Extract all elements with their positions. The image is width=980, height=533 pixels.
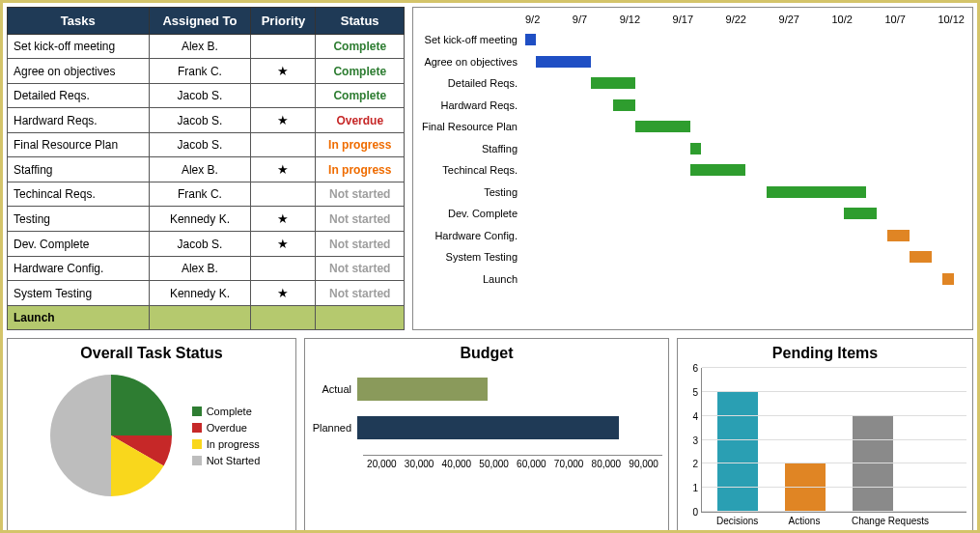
table-row: Set kick-off meeting Alex B. Complete bbox=[8, 35, 405, 59]
gantt-row: Detailed Reqs. bbox=[421, 72, 965, 95]
axis-tick: 60,000 bbox=[513, 459, 550, 469]
y-tick: 1 bbox=[692, 483, 698, 493]
assignee-cell: Jacob S. bbox=[149, 84, 251, 108]
gantt-bar bbox=[942, 273, 953, 285]
legend-swatch bbox=[192, 456, 202, 465]
gantt-date-tick: 10/7 bbox=[884, 14, 905, 25]
task-name-cell: Set kick-off meeting bbox=[8, 35, 150, 59]
assignee-cell: Frank C. bbox=[149, 59, 251, 84]
legend-label: Complete bbox=[207, 406, 252, 417]
gantt-bar bbox=[690, 164, 745, 176]
table-row: Staffing Alex B. ★ In progress bbox=[8, 157, 405, 182]
gantt-header: 9/29/79/129/179/229/2710/210/710/12 bbox=[421, 12, 965, 29]
table-row: Agree on objectives Frank C. ★ Complete bbox=[8, 59, 405, 84]
launch-label: Launch bbox=[8, 306, 150, 330]
status-cell: Not started bbox=[316, 207, 405, 232]
legend-label: Not Started bbox=[207, 455, 261, 466]
gantt-bar bbox=[591, 77, 635, 89]
axis-tick: 80,000 bbox=[588, 459, 626, 469]
tasks-table: TasksAssigned ToPriorityStatus Set kick-… bbox=[7, 7, 405, 330]
axis-tick: 90,000 bbox=[625, 459, 662, 469]
task-name-cell: Hardward Reqs. bbox=[8, 108, 150, 133]
budget-label: Actual bbox=[311, 383, 357, 395]
pending-bar bbox=[785, 463, 826, 512]
gantt-task-label: Testing bbox=[421, 186, 525, 198]
table-row: Hardware Config. Alex B. Not started bbox=[8, 257, 405, 281]
y-tick: 2 bbox=[692, 459, 698, 469]
status-cell: In progress bbox=[316, 157, 405, 182]
gantt-task-label: Detailed Reqs. bbox=[421, 77, 525, 89]
gantt-row: Staffing bbox=[421, 138, 965, 160]
status-cell: Not started bbox=[316, 232, 405, 257]
gantt-bar bbox=[690, 143, 701, 154]
table-row: Techincal Reqs. Frank C. Not started bbox=[8, 182, 405, 207]
pie-slice bbox=[50, 375, 111, 496]
status-cell: Complete bbox=[316, 35, 405, 59]
axis-tick: 50,000 bbox=[475, 459, 513, 469]
gantt-date-tick: 9/27 bbox=[779, 14, 799, 25]
assignee-cell: Frank C. bbox=[149, 182, 251, 207]
pending-title: Pending Items bbox=[684, 345, 966, 362]
pending-bar bbox=[717, 392, 758, 512]
gantt-task-label: Dev. Complete bbox=[421, 208, 525, 219]
pie-title: Overall Task Status bbox=[14, 345, 290, 362]
priority-cell: ★ bbox=[251, 59, 316, 84]
launch-row: Launch bbox=[8, 306, 405, 330]
pie-chart bbox=[43, 368, 179, 503]
assignee-cell: Kennedy K. bbox=[149, 207, 251, 232]
gantt-row: Hardware Config. bbox=[421, 225, 965, 247]
priority-cell: ★ bbox=[251, 281, 316, 306]
tasks-table-section: TasksAssigned ToPriorityStatus Set kick-… bbox=[7, 7, 405, 330]
legend-item: Not Started bbox=[192, 455, 261, 466]
gantt-task-label: System Testing bbox=[421, 251, 525, 263]
pending-panel: Pending Items 0123456 DecisionsActionsCh… bbox=[677, 338, 973, 533]
priority-cell: ★ bbox=[251, 157, 316, 182]
assignee-cell: Jacob S. bbox=[149, 133, 251, 157]
gantt-date-tick: 9/17 bbox=[673, 14, 693, 25]
y-tick: 6 bbox=[692, 363, 698, 374]
axis-tick: 40,000 bbox=[438, 459, 476, 469]
task-name-cell: Techincal Reqs. bbox=[8, 182, 150, 207]
table-row: System Testing Kennedy K. ★ Not started bbox=[8, 281, 405, 306]
priority-cell: ★ bbox=[251, 108, 316, 133]
gantt-date-tick: 9/2 bbox=[525, 14, 540, 25]
column-header: Priority bbox=[251, 8, 316, 35]
gantt-task-label: Final Resource Plan bbox=[421, 121, 525, 132]
assignee-cell: Kennedy K. bbox=[149, 281, 251, 306]
budget-panel: Budget Actual Planned 20,00030,00040,000… bbox=[304, 338, 669, 533]
task-name-cell: Testing bbox=[8, 207, 150, 232]
priority-cell: ★ bbox=[251, 207, 316, 232]
table-row: Testing Kennedy K. ★ Not started bbox=[8, 207, 405, 232]
pending-bar-label: Actions bbox=[784, 516, 825, 526]
status-cell: Not started bbox=[316, 257, 405, 281]
pending-bar-label: Change Requests bbox=[852, 516, 892, 526]
budget-row: Actual bbox=[311, 378, 662, 401]
priority-cell bbox=[251, 257, 316, 281]
task-name-cell: Detailed Reqs. bbox=[8, 84, 150, 108]
priority-cell bbox=[251, 182, 316, 207]
table-row: Dev. Complete Jacob S. ★ Not started bbox=[8, 232, 405, 257]
gantt-row: Agree on objectives bbox=[421, 51, 965, 73]
gantt-row: System Testing bbox=[421, 246, 965, 268]
budget-row: Planned bbox=[311, 416, 662, 439]
task-name-cell: Agree on objectives bbox=[8, 59, 150, 84]
task-name-cell: Hardware Config. bbox=[8, 257, 150, 281]
gantt-task-label: Agree on objectives bbox=[421, 56, 525, 68]
legend-item: In progress bbox=[192, 438, 261, 450]
task-name-cell: System Testing bbox=[8, 281, 150, 306]
legend-item: Overdue bbox=[192, 422, 261, 434]
gantt-date-tick: 9/22 bbox=[726, 14, 746, 25]
legend-swatch bbox=[192, 439, 202, 449]
gantt-bar bbox=[887, 230, 910, 241]
gantt-task-label: Staffing bbox=[421, 143, 525, 154]
status-cell: Overdue bbox=[316, 108, 405, 133]
gantt-row: Final Resource Plan bbox=[421, 116, 965, 138]
gantt-row: Launch bbox=[421, 268, 965, 291]
gantt-row: Set kick-off meeting bbox=[421, 29, 965, 51]
bottom-section: Overall Task Status CompleteOverdueIn pr… bbox=[7, 338, 973, 533]
gantt-bar bbox=[525, 34, 536, 45]
column-header: Tasks bbox=[8, 8, 150, 35]
gantt-bar bbox=[767, 186, 865, 198]
status-cell: In progress bbox=[316, 133, 405, 157]
priority-cell bbox=[251, 35, 316, 59]
